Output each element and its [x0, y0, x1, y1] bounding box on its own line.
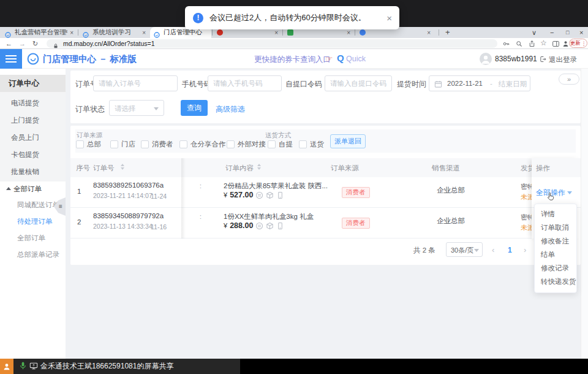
checkbox-label: 外部对接 [238, 140, 266, 149]
menu-item-edit-history[interactable]: 修改记录 [535, 261, 576, 275]
checkbox-store[interactable] [110, 140, 118, 148]
window-maximize-button[interactable]: □ [566, 27, 569, 38]
promo-link[interactable]: 更快捷的券卡查询入口 [254, 55, 331, 65]
menu-item-cancel-order[interactable]: 订单取消 [535, 221, 576, 234]
sort-icon[interactable] [121, 164, 124, 170]
pagination-next-button[interactable]: › [524, 245, 526, 254]
logout-icon[interactable] [539, 55, 547, 66]
menu-item-detail[interactable]: 详情 [535, 207, 576, 221]
checkbox-label: 消费者 [152, 140, 173, 149]
site-favicon-icon [83, 29, 89, 36]
browser-tab-2[interactable]: 系统培训学习 × [79, 27, 149, 38]
tab-close-icon[interactable]: × [274, 29, 278, 36]
checkbox-warehouse-share[interactable] [179, 140, 187, 148]
person-icon [2, 362, 11, 371]
package-icon [266, 191, 274, 199]
pickup-code-input[interactable] [325, 75, 392, 91]
menu-item-edit-note[interactable]: 修改备注 [535, 234, 576, 248]
order-status-label: 订单状态 [75, 104, 105, 115]
phone-icon [276, 222, 284, 230]
meeting-toast: ! 会议已超过2人，自动转为60分钟限时会议。 × [185, 6, 399, 29]
sidebar-item-hq-dispatch-records[interactable]: 总部派单记录 [0, 249, 66, 260]
page-size-select[interactable]: 30条/页 [446, 242, 483, 257]
checkbox-label: 门店 [121, 140, 135, 149]
collapse-filters-button[interactable]: » [559, 74, 579, 85]
split-screen-icon[interactable] [552, 39, 560, 48]
order-no-input[interactable] [93, 75, 178, 91]
order-status-select[interactable]: 请选择 [109, 100, 164, 116]
toast-close-icon[interactable]: × [386, 13, 392, 23]
phone-input[interactable] [208, 75, 282, 91]
reload-icon[interactable]: ↻ [32, 39, 38, 48]
checkbox-consumer[interactable] [141, 140, 149, 148]
sales-channel: 企业总部 [437, 186, 465, 195]
checkbox-delivery[interactable] [299, 140, 307, 148]
window-close-button[interactable]: × [579, 27, 583, 38]
scrollbar-gutter[interactable] [581, 69, 588, 359]
window-minimize-button[interactable]: − [550, 27, 554, 38]
url-omnibox[interactable]: md.maboy.cn/AllOrder?status=1 [47, 39, 497, 48]
quick-link[interactable]: Quick [346, 55, 366, 63]
tab-close-icon[interactable]: × [427, 29, 431, 36]
sidebar-item-card-pickup[interactable]: 卡包提货 [0, 147, 66, 162]
table-header-row: 序号 订单号 订单内容 订单来源 销售渠道 发货 [70, 158, 581, 177]
advanced-filter-link[interactable]: 高级筛选 [216, 104, 245, 115]
password-key-icon[interactable] [502, 39, 511, 48]
tab-close-icon[interactable]: × [142, 29, 146, 36]
order-number: 83859389251069376a [93, 181, 164, 189]
ship-status-clipped: 密特 未派 [521, 208, 532, 239]
pickup-code-label: 自提口令码 [285, 79, 322, 90]
checkbox-external[interactable] [227, 140, 235, 148]
sidebar-group-label: 全部订单 [13, 185, 42, 194]
date-end-placeholder: 结束日期 [499, 80, 527, 89]
participant-badge [0, 359, 13, 374]
tab-close-icon[interactable]: × [347, 29, 350, 36]
share-icon[interactable] [528, 39, 537, 48]
search-button[interactable]: 查询 [181, 100, 208, 116]
sidebar-item-door-pickup[interactable]: 上门提货 [0, 112, 66, 128]
checkbox-self-pickup[interactable] [268, 140, 276, 148]
filter-panel: 订单号 手机号码 自提口令码 提货时间 2022-11-21 - 结束日期 » [70, 71, 581, 123]
order-time: 2023-11-13 14:33:34 [93, 223, 153, 230]
app-logo-icon [27, 53, 39, 67]
zoom-icon[interactable] [515, 39, 524, 48]
date-range-picker[interactable]: 2022-11-21 - 结束日期 [429, 75, 530, 91]
screen: 礼盒营销平台管理中心 × 系统培训学习 × 门店管理中心 × × [0, 0, 588, 374]
tab-separator [439, 29, 439, 36]
logout-button[interactable]: 退出登录 [549, 55, 577, 64]
tab-search-icon[interactable]: ∨ [532, 27, 537, 38]
browser-update-button[interactable]: 更新 ⋮ [569, 39, 587, 48]
order-source-group-label: 订单来源 [77, 131, 102, 140]
sidebar-group-all-orders[interactable]: 全部订单 [0, 183, 66, 195]
quick-q-icon[interactable]: Q [337, 53, 344, 63]
site-favicon-icon [5, 29, 11, 36]
tab-separator [78, 29, 78, 36]
sidebar-item-member-visit[interactable]: 会员上门 [0, 129, 66, 145]
new-tab-button[interactable]: + [445, 27, 450, 38]
checkbox-label: 送货 [310, 140, 324, 149]
forward-icon[interactable]: → [19, 39, 26, 48]
sidebar-item-phone-pickup[interactable]: 电话提货 [0, 95, 66, 111]
browser-tab-1[interactable]: 礼盒营销平台管理中心 × [1, 27, 77, 38]
page-size-value: 30条/页 [451, 246, 473, 255]
menu-item-close-order[interactable]: 结单 [535, 248, 576, 261]
sidebar-item-all-orders[interactable]: 全部订单 [0, 232, 66, 243]
tab-separator [355, 29, 355, 36]
hamburger-menu-button[interactable] [0, 49, 22, 69]
sort-icon[interactable] [257, 164, 261, 170]
menu-item-switch-express[interactable]: 转快递发货 [535, 275, 576, 288]
tab-close-icon[interactable]: × [70, 29, 74, 36]
sidebar-item-pending-orders[interactable]: 待处理订单 [0, 216, 66, 227]
back-icon[interactable]: ← [6, 39, 12, 48]
clipped-cell-fragment: 11-16 [151, 223, 167, 231]
checkbox-hq[interactable] [76, 140, 84, 148]
pagination-page-1[interactable]: 1 [508, 246, 512, 254]
user-avatar[interactable] [480, 53, 492, 65]
sidebar-item-batch-verify[interactable]: 批量核销 [0, 164, 66, 180]
bookmark-star-icon[interactable]: ☆ [540, 39, 547, 47]
cursor-hand-icon [546, 192, 556, 204]
pagination-prev-button[interactable]: ‹ [492, 245, 494, 254]
dispatch-return-button[interactable]: 派单退回 [330, 134, 366, 148]
site-favicon-icon [217, 29, 223, 36]
tab-separator [212, 29, 213, 36]
